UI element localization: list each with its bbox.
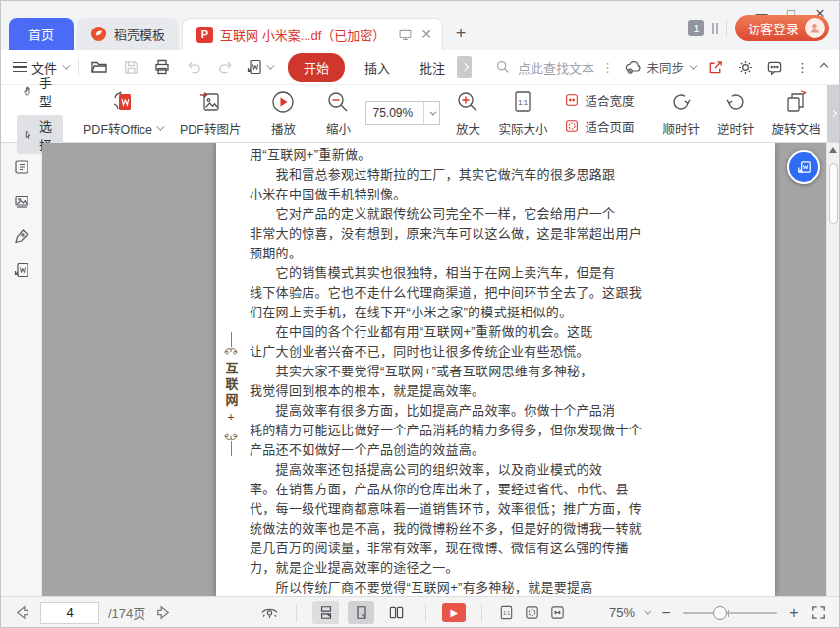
zoom-level-combobox[interactable] [365, 101, 440, 125]
document-text-line: 们在网上卖手机，在线下开“小米之家”的模式挺相似的。 [250, 303, 642, 322]
statusbar-actual-size-button[interactable]: 1:1 [498, 604, 515, 621]
page-number-input[interactable] [40, 602, 99, 624]
magnifier-minus-icon [325, 89, 351, 115]
save-button[interactable] [120, 56, 141, 78]
tab-insert[interactable]: 插入 [355, 53, 400, 82]
status-bar: /174页 ▶ 1:1 [1, 596, 839, 628]
open-file-button[interactable] [88, 56, 110, 78]
rotate-clockwise-label: 顺时针 [663, 119, 700, 138]
settings-button[interactable] [737, 59, 754, 76]
zoom-out-minus-button[interactable]: − [659, 604, 673, 622]
document-text-line: 它的销售模式其实也很独特，相当于在网上卖汽车，但是有 [250, 263, 642, 283]
tab-home[interactable]: 首页 [9, 18, 74, 50]
export-word-icon [13, 261, 30, 279]
rotate-clockwise-button[interactable]: 顺时针 [654, 89, 709, 138]
zoom-in-plus-button[interactable]: + [787, 604, 801, 622]
fit-width-label: 适合宽度 [585, 91, 634, 110]
zoom-in-button[interactable]: 放大 [446, 89, 489, 138]
view-mode-double-page-button[interactable] [383, 601, 410, 624]
monitor-icon[interactable] [398, 28, 413, 42]
tab-templates[interactable]: 稻壳模板 [77, 18, 179, 50]
scroll-up-arrow[interactable] [829, 147, 837, 153]
find-text-control[interactable]: 点此查找文本 ⋮ [495, 58, 614, 77]
fullscreen-button[interactable] [811, 604, 827, 621]
fit-page-button[interactable]: 适合页面 [564, 117, 634, 136]
tab-annotate[interactable]: 批注 [410, 53, 447, 82]
share-icon [707, 59, 724, 76]
document-text-line: 提高效率有很多方面，比如提高产品效率。你做十个产品消 [250, 401, 642, 421]
tab-list-icon[interactable] [712, 23, 718, 34]
document-text-line: 让广大创业者兴奋不已，同时也让很多传统企业有些恐慌。 [250, 342, 642, 362]
pdf-to-office-label: PDF转Office [84, 119, 152, 138]
images-panel-button[interactable] [13, 193, 30, 210]
image-icon [13, 193, 30, 210]
left-panel-bar [1, 143, 42, 596]
fit-width-icon [549, 604, 566, 621]
pdf-to-office-button[interactable]: PDF转Office [75, 89, 171, 138]
previous-page-icon[interactable] [13, 603, 31, 622]
rotate-document-button[interactable]: 旋转文档 [763, 89, 830, 138]
rotate-counterclockwise-icon [723, 89, 749, 115]
new-tab-button[interactable]: + [446, 18, 476, 50]
hamburger-icon [13, 62, 27, 73]
zoom-percent-label: 75% [609, 605, 635, 620]
view-mode-scroll-button[interactable] [312, 601, 339, 624]
tab-start[interactable]: 开始 [288, 53, 345, 82]
to-word-panel-button[interactable] [13, 261, 30, 279]
guest-login-button[interactable]: 访客登录 [735, 15, 829, 41]
document-text-line: 产品还不如做好一个产品创造的效益高。 [250, 440, 642, 460]
outline-panel-button[interactable] [13, 158, 30, 176]
find-more-icon[interactable]: ⋮ [601, 60, 614, 75]
reading-mode-button[interactable] [259, 603, 280, 622]
zoom-slider-track[interactable] [683, 612, 777, 614]
export-word-button[interactable] [246, 56, 272, 78]
magnifier-plus-icon [455, 89, 480, 115]
redo-button[interactable] [214, 56, 236, 78]
hand-icon [23, 84, 33, 99]
print-button[interactable] [151, 56, 173, 78]
tab-count-badge[interactable]: 1 [688, 20, 704, 36]
pdf-to-image-button[interactable]: PDF转图片 [171, 89, 251, 138]
document-canvas[interactable]: 互联网+ 用“互联网+”重新做。 我和雷总参观过特斯拉的工厂，其实它做汽车的很多… [42, 143, 826, 596]
document-text-line: 所以传统厂商不要觉得“互联网+”有多神秘，就是要提高 [250, 578, 642, 596]
zoom-slider-knob[interactable] [713, 606, 727, 620]
next-page-icon[interactable] [154, 603, 173, 622]
pdf-page[interactable]: 互联网+ 用“互联网+”重新做。 我和雷总参观过特斯拉的工厂，其实它做汽车的很多… [216, 143, 775, 596]
more-menu-icon[interactable]: ⋮ [796, 60, 809, 75]
more-tabs-button[interactable] [457, 56, 472, 78]
zoom-in-label: 放大 [456, 119, 480, 138]
statusbar-fit-page-button[interactable] [524, 604, 540, 621]
undo-button[interactable] [183, 56, 204, 78]
play-label: 播放 [271, 119, 296, 138]
rotate-counterclockwise-button[interactable]: 逆时针 [708, 89, 763, 138]
play-button[interactable]: 播放 [261, 89, 305, 138]
zoom-slider[interactable] [683, 606, 777, 620]
hand-tool-button[interactable]: 手型 [17, 72, 63, 111]
share-button[interactable] [707, 59, 724, 76]
zoom-dropdown-caret[interactable] [644, 608, 651, 615]
zoom-dropdown-caret[interactable] [423, 102, 439, 124]
fit-width-button[interactable]: 适合宽度 [564, 91, 634, 110]
sync-status[interactable]: 未同步 [624, 58, 695, 77]
folder-open-icon [90, 58, 108, 76]
view-mode-single-page-button[interactable] [348, 601, 374, 624]
actual-size-icon: 1:1 [510, 89, 535, 115]
pen-icon [13, 227, 30, 245]
tab-strip: 首页 稻壳模板 P 互联网 小米案...df（已加密） ✕ + [9, 18, 476, 50]
signature-panel-button[interactable] [13, 227, 30, 245]
hand-tool-label: 手型 [39, 73, 57, 110]
zoom-level-input[interactable] [366, 106, 423, 120]
actual-size-button[interactable]: 1:1 实际大小 [489, 89, 556, 138]
ribbon-expand-button[interactable] [827, 85, 839, 142]
tab-document[interactable]: P 互联网 小米案...df（已加密） ✕ [182, 18, 443, 50]
convert-to-word-float-button[interactable] [787, 150, 820, 184]
rotate-counterclockwise-label: 逆时针 [717, 119, 755, 138]
statusbar-play-button[interactable]: ▶ [442, 603, 466, 622]
statusbar-fit-width-button[interactable] [549, 604, 566, 621]
zoom-out-button[interactable]: 缩小 [316, 89, 360, 138]
collapse-ribbon-icon[interactable] [820, 63, 828, 71]
vertical-scrollbar[interactable] [826, 143, 839, 596]
feedback-button[interactable] [766, 59, 783, 76]
close-tab-icon[interactable]: ✕ [420, 27, 432, 42]
scrollbar-thumb[interactable] [829, 163, 838, 224]
